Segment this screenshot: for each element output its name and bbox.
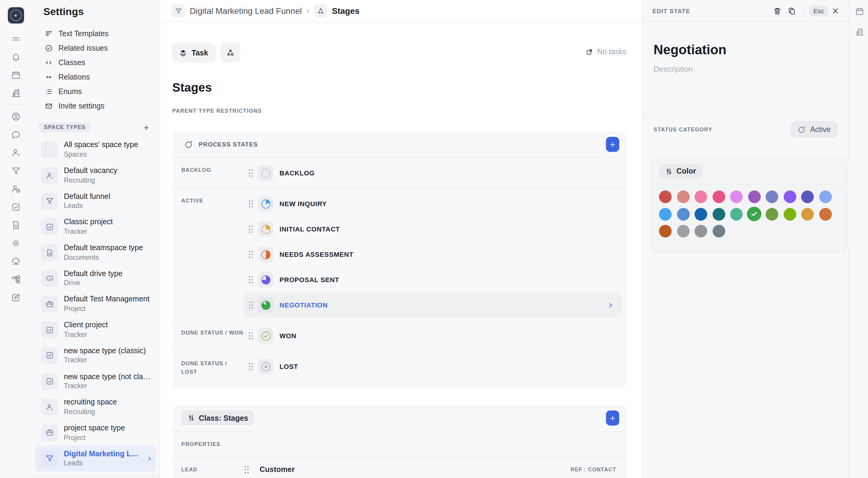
space-type-all-spaces-space-type[interactable]: All spaces' space typeSpaces (35, 137, 156, 162)
rail-document-icon[interactable] (7, 216, 25, 234)
state-row-initial-contact[interactable]: INITIAL CONTACT (244, 216, 622, 242)
copy-icon[interactable] (784, 4, 799, 18)
state-icon-button[interactable] (258, 196, 274, 212)
delete-icon[interactable] (770, 4, 784, 18)
space-type-client-project[interactable]: Client projectTracker (35, 317, 156, 343)
color-swatch[interactable] (694, 190, 707, 203)
add-state-button[interactable] (606, 137, 619, 152)
state-icon-button[interactable] (258, 297, 274, 313)
color-swatch[interactable] (801, 208, 814, 220)
drag-handle[interactable] (248, 249, 253, 260)
color-swatch[interactable] (677, 208, 689, 220)
color-swatch[interactable] (819, 208, 832, 220)
drag-handle[interactable] (248, 224, 253, 234)
sidebar-item-enums[interactable]: Enums (31, 84, 160, 99)
space-type-default-test-management[interactable]: Default Test ManagementProject (35, 291, 156, 317)
color-swatch[interactable] (712, 190, 725, 203)
space-type-classic-project[interactable]: Classic projectTracker (35, 214, 156, 240)
sidebar-item-classes[interactable]: Classes (31, 56, 160, 70)
space-type-digital-marketing-lea[interactable]: Digital Marketing Lea...Leads (35, 446, 156, 471)
esc-badge[interactable]: Esc (809, 5, 828, 16)
space-type-recruiting-space[interactable]: recruiting spaceRecruiting (35, 394, 156, 420)
rail-person-plus-icon[interactable] (7, 144, 25, 161)
no-tasks-link[interactable]: No tasks (586, 48, 626, 56)
close-icon[interactable] (828, 4, 843, 18)
color-swatch-selected[interactable] (747, 207, 762, 221)
sidebar-item-text-templates[interactable]: Text Templates (31, 27, 160, 41)
space-type-default-drive-type[interactable]: Default drive typeDrive (35, 266, 156, 291)
rail-building-icon[interactable] (7, 84, 25, 102)
rail-checkbox-icon[interactable] (7, 198, 25, 216)
color-swatch[interactable] (694, 225, 707, 238)
state-icon-button[interactable] (258, 359, 274, 374)
color-swatch[interactable] (677, 190, 689, 203)
state-row-backlog[interactable]: BACKLOG (244, 160, 622, 186)
drag-handle[interactable] (248, 199, 253, 209)
rail-person-circle-icon[interactable] (7, 107, 25, 125)
rail-funnel-icon[interactable] (7, 161, 25, 180)
state-row-proposal-sent[interactable]: PROPOSAL SENT (244, 267, 622, 292)
funnel-breadcrumb-icon[interactable] (172, 4, 185, 18)
states-button[interactable] (220, 43, 240, 63)
space-type-new-space-type-classic[interactable]: new space type (classic)Tracker (35, 343, 156, 368)
color-swatch[interactable] (730, 208, 743, 220)
add-space-type-button[interactable]: + (141, 121, 152, 133)
state-row-new-inquiry[interactable]: NEW INQUIRY (244, 191, 622, 216)
color-swatch[interactable] (659, 225, 672, 238)
state-icon-button[interactable] (258, 221, 274, 237)
chevron-right-icon[interactable] (607, 302, 614, 308)
state-icon-button[interactable] (258, 165, 274, 181)
color-swatch[interactable] (783, 190, 796, 203)
color-swatch[interactable] (801, 190, 814, 203)
rail-hamburger-icon[interactable] (7, 30, 25, 48)
state-icon-button[interactable] (258, 272, 274, 288)
calendar-widget-icon[interactable] (851, 4, 867, 19)
space-type-default-vacancy[interactable]: Default vacancyRecruiting (35, 162, 156, 188)
drag-handle[interactable] (248, 300, 253, 310)
space-type-default-teamspace-type[interactable]: Default teamspace typeDocuments (35, 240, 156, 266)
color-swatch[interactable] (819, 190, 832, 203)
space-type-default-funnel[interactable]: Default funnelLeads (35, 188, 156, 214)
property-row-lead[interactable]: LEAD Customer REF : CONTACT (172, 457, 627, 478)
drag-handle[interactable] (248, 275, 253, 285)
stages-breadcrumb-icon[interactable] (314, 4, 327, 18)
rail-org-tree-icon[interactable] (7, 270, 25, 288)
state-icon-button[interactable] (258, 328, 274, 343)
color-swatch[interactable] (766, 190, 778, 203)
space-type-new-space-type-not-classic[interactable]: new space type (not classic)Tracker (35, 368, 156, 394)
color-swatch[interactable] (694, 208, 707, 220)
sidebar-item-relations[interactable]: Relations (31, 70, 160, 84)
state-row-won[interactable]: WON (244, 323, 622, 349)
state-row-negotiation[interactable]: NEGOTIATION (244, 292, 622, 318)
drag-handle[interactable] (248, 361, 253, 371)
class-stages-chip[interactable]: Class: Stages (181, 411, 254, 425)
color-swatch[interactable] (730, 190, 743, 203)
rail-cloud-icon[interactable] (7, 252, 25, 270)
rail-calendar-icon[interactable] (7, 66, 25, 84)
space-type-project-space-type[interactable]: project space typeProject (35, 420, 156, 445)
drag-handle[interactable] (248, 168, 253, 178)
rail-bell-icon[interactable] (7, 48, 25, 66)
breadcrumb-parent[interactable]: Digital Marketing Lead Funnel (190, 6, 302, 16)
status-category-button[interactable]: Active (790, 121, 838, 138)
task-button[interactable]: Task (172, 43, 215, 63)
color-swatch[interactable] (766, 208, 778, 220)
state-icon-button[interactable] (258, 246, 274, 262)
color-swatch[interactable] (677, 225, 689, 238)
color-swatch[interactable] (659, 208, 672, 220)
office-widget-icon[interactable] (851, 24, 867, 40)
state-row-needs-assessment[interactable]: NEEDS ASSESSMENT (244, 242, 622, 267)
color-chip[interactable]: Color (659, 163, 702, 179)
state-name-field[interactable]: Negotiation (654, 42, 726, 58)
rail-chat-icon[interactable] (7, 125, 25, 144)
color-swatch[interactable] (659, 190, 672, 203)
rail-sun-icon[interactable] (7, 234, 25, 252)
color-swatch[interactable] (712, 225, 725, 238)
rail-person-clock-icon[interactable] (7, 180, 25, 198)
state-row-lost[interactable]: LOST (244, 354, 622, 379)
color-swatch[interactable] (783, 208, 796, 220)
sidebar-item-invite-settings[interactable]: Invite settings (31, 99, 160, 113)
sidebar-item-related-issues[interactable]: Related issues (31, 41, 160, 56)
rail-edit-icon[interactable] (7, 288, 25, 306)
state-description-field[interactable]: Description (654, 64, 693, 73)
